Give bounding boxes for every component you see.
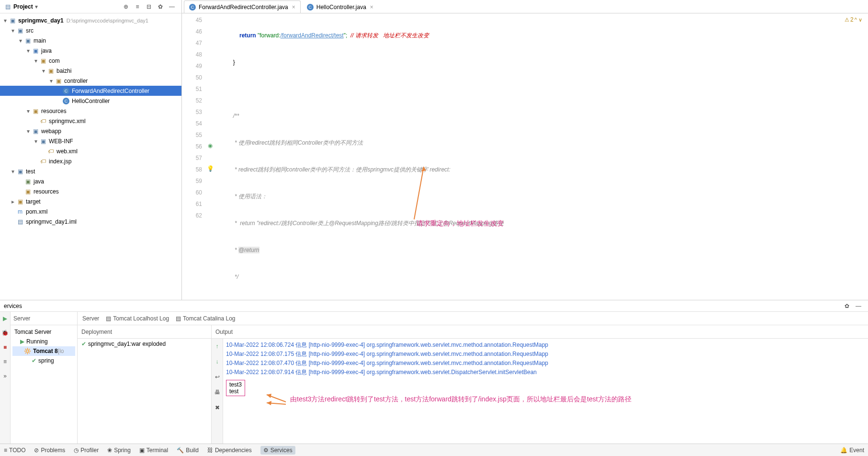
svc-row-tomcat-server[interactable]: Tomcat Server — [12, 327, 75, 337]
tree-com[interactable]: ▾▣com — [0, 56, 181, 66]
debug-icon[interactable]: 🐞 — [0, 328, 10, 338]
services-header[interactable]: ervices ✿ — — [0, 300, 868, 312]
soft-wrap-icon[interactable]: ↩ — [213, 372, 222, 382]
output-toolbar: ↑ ↓ ↩ 🖶 ✖ — [212, 339, 223, 444]
svc-row-spring[interactable]: ✔spring — [12, 356, 75, 365]
tool-event[interactable]: 🔔 Event — [840, 447, 864, 454]
bottom-toolbar: ≡ TODO ⊘ Problems ◷ Profiler ❀ Spring ▣ … — [0, 444, 868, 456]
hide-icon[interactable]: — — [167, 2, 177, 11]
tree-test[interactable]: ▾▣test — [0, 166, 181, 176]
close-icon[interactable]: × — [292, 4, 295, 11]
hide-icon[interactable]: — — [854, 301, 863, 311]
svg-marker-3 — [267, 394, 271, 398]
tree-main[interactable]: ▾▣main — [0, 35, 181, 46]
tree-controller[interactable]: ▾▣controller — [0, 76, 181, 86]
console-output[interactable]: 10-Mar-2022 12:08:06.724 信息 [http-nio-99… — [223, 339, 868, 444]
annotation-2: 由test3方法redirect跳转到了test方法，test方法forward… — [290, 395, 631, 404]
clear-icon[interactable]: ✖ — [213, 403, 222, 412]
tool-terminal[interactable]: ▣ Terminal — [139, 447, 168, 454]
deployment-panel: Deployment ✔springmvc_day1:war exploded — [78, 325, 212, 444]
project-panel: ▤ Project ▾ ⊕ ≡ ⊟ ✿ — ▾▣springmvc_day1D:… — [0, 0, 182, 300]
services-tree[interactable]: Tomcat Server ▶Running 🔆Tomcat 8 [lo ✔sp… — [11, 325, 77, 444]
svg-marker-5 — [267, 401, 271, 405]
bulb-icon[interactable]: 💡 — [207, 165, 214, 172]
svc-row-running[interactable]: ▶Running — [12, 337, 75, 346]
services-tree-panel: Server Tomcat Server ▶Running 🔆Tomcat 8 … — [11, 312, 78, 444]
project-header[interactable]: ▤ Project ▾ ⊕ ≡ ⊟ ✿ — — [0, 0, 181, 13]
project-tree[interactable]: ▾▣springmvc_day1D:\springmvccode\springm… — [0, 13, 181, 300]
tree-testjava[interactable]: ▾▣java — [0, 176, 181, 186]
locate-icon[interactable]: ⊕ — [121, 2, 131, 11]
output-panel: Output ↑ ↓ ↩ 🖶 ✖ 10-Mar-2022 12:08:06.72… — [212, 325, 868, 444]
tree-target[interactable]: ▸▣target — [0, 196, 181, 206]
tab-hello-controller[interactable]: CHelloController.java× — [302, 0, 379, 13]
editor-tabs: CForwardAndRedirectController.java× CHel… — [182, 0, 868, 13]
chevron-down-icon: ▾ — [35, 3, 38, 10]
expand-icon[interactable]: ≡ — [133, 2, 142, 11]
close-icon[interactable]: × — [370, 4, 373, 11]
deployment-item[interactable]: ✔springmvc_day1:war exploded — [81, 341, 207, 347]
tree-webinf[interactable]: ▾▣WEB-INF — [0, 136, 181, 146]
tab-forward-controller[interactable]: CForwardAndRedirectController.java× — [184, 0, 301, 13]
scroll-down-icon[interactable]: ↓ — [213, 357, 222, 366]
run-icon[interactable]: ▶ — [0, 314, 10, 323]
tool-profiler[interactable]: ◷ Profiler — [74, 447, 99, 454]
annotation-arrow-2 — [264, 392, 288, 407]
gutter-icons: ◉ 💡 — [206, 13, 214, 300]
output-header: Output — [212, 325, 868, 339]
filter-icon[interactable]: ≡ — [0, 357, 10, 366]
services-toolbar: ▶ 🐞 ■ ≡ » — [0, 312, 11, 444]
tree-src[interactable]: ▾▣src — [0, 25, 181, 35]
tree-springmvcxml[interactable]: ▾🏷springmvc.xml — [0, 116, 181, 126]
print-icon[interactable]: 🖶 — [213, 388, 222, 397]
tree-indexjsp[interactable]: ▾🏷index.jsp — [0, 156, 181, 166]
tree-baizhi[interactable]: ▾▣baizhi — [0, 66, 181, 76]
scroll-up-icon[interactable]: ↑ — [213, 342, 222, 351]
tree-ctrl1[interactable]: ▾CForwardAndRedirectController — [0, 86, 181, 96]
tool-spring[interactable]: ❀ Spring — [107, 447, 131, 454]
tree-webapp[interactable]: ▾▣webapp — [0, 126, 181, 136]
run-gutter-icon[interactable]: ◉ — [208, 142, 213, 149]
line-gutter: 454647484950515253545556575859606162 — [182, 13, 206, 300]
collapse-icon[interactable]: ⊟ — [144, 2, 154, 11]
tab-server[interactable]: Server — [13, 315, 30, 322]
tree-ctrl2[interactable]: ▾CHelloController — [0, 96, 181, 106]
code-editor[interactable]: ⚠ 2 ^ ∨ 45464748495051525354555657585960… — [182, 13, 868, 300]
tool-build[interactable]: 🔨 Build — [177, 447, 199, 454]
more-icon[interactable]: » — [0, 371, 10, 381]
tree-resources[interactable]: ▾▣resources — [0, 106, 181, 116]
services-panel: ervices ✿ — ▶ 🐞 ■ ≡ » Server Tomcat Serv… — [0, 300, 868, 444]
warning-badge[interactable]: ⚠ 2 ^ ∨ — [845, 16, 862, 23]
gear-icon[interactable]: ✿ — [156, 2, 165, 11]
tree-pom[interactable]: ▾mpom.xml — [0, 206, 181, 217]
tree-iml[interactable]: ▾▤springmvc_day1.iml — [0, 217, 181, 227]
tab-catalina-log[interactable]: ▤Tomcat Catalina Log — [176, 315, 235, 322]
svc-row-tomcat8[interactable]: 🔆Tomcat 8 [lo — [12, 346, 75, 356]
annotation-1: 请求重定向，地址栏发生改变 — [417, 219, 504, 228]
tab-localhost-log[interactable]: ▤Tomcat Localhost Log — [106, 315, 169, 322]
tree-webxml[interactable]: ▾🏷web.xml — [0, 146, 181, 156]
result-box: test3 test — [226, 380, 245, 396]
root-label: springmvc_day1 — [18, 17, 64, 24]
tree-testres[interactable]: ▾▣resources — [0, 186, 181, 196]
deployment-header: Deployment — [78, 325, 211, 339]
tool-problems[interactable]: ⊘ Problems — [34, 447, 65, 454]
gear-icon[interactable]: ✿ — [842, 301, 852, 311]
code-content[interactable]: return "forward:/forwardAndRedirect/test… — [214, 13, 868, 300]
tab-server2[interactable]: Server — [82, 315, 99, 322]
project-icon: ▤ — [4, 3, 11, 11]
project-label: Project — [13, 3, 33, 10]
root-path: D:\springmvccode\springmvc_day1 — [67, 18, 148, 23]
stop-icon[interactable]: ■ — [0, 342, 10, 352]
tree-java[interactable]: ▾▣java — [0, 46, 181, 56]
tool-todo[interactable]: ≡ TODO — [4, 447, 25, 454]
tool-services[interactable]: ⚙ Services — [260, 446, 295, 455]
tree-root[interactable]: ▾▣springmvc_day1D:\springmvccode\springm… — [0, 15, 181, 25]
editor-area: CForwardAndRedirectController.java× CHel… — [182, 0, 868, 300]
tool-dependencies[interactable]: ⛓ Dependencies — [207, 447, 252, 454]
